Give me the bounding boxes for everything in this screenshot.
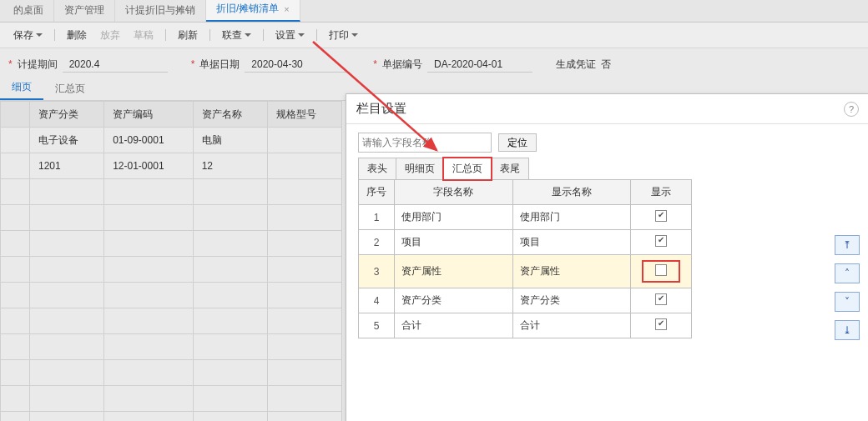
double-chevron-up-icon: ⤒ [843, 239, 851, 251]
required-icon: * [191, 58, 195, 70]
field-tab-head[interactable]: 表头 [358, 158, 396, 180]
period-value[interactable]: 2020.4 [63, 57, 168, 73]
required-icon: * [8, 58, 13, 70]
col-header[interactable]: 资产名称 [193, 102, 267, 128]
top-tab-label: 计提折旧与摊销 [125, 3, 195, 18]
highlight-box [642, 260, 680, 283]
toolbar: 保存 删除 放弃 草稿 刷新 联查 设置 打印 [0, 23, 868, 48]
field-label: 单据日期 [199, 58, 240, 72]
top-tab-label: 资产管理 [64, 3, 104, 18]
chevron-down-icon [298, 33, 305, 40]
show-checkbox[interactable] [655, 318, 667, 330]
field-row[interactable]: 4资产分类资产分类 [359, 288, 692, 313]
date-value[interactable]: 2020-04-30 [245, 57, 350, 73]
table-row[interactable]: 电子设备01-09-0001电脑 [1, 128, 342, 153]
col-field: 字段名称 [395, 180, 513, 205]
divider [54, 29, 55, 41]
show-checkbox[interactable] [655, 210, 667, 222]
save-button[interactable]: 保存 [8, 26, 48, 45]
required-icon: * [373, 58, 377, 70]
double-chevron-down-icon: ⤓ [843, 324, 851, 336]
divider [165, 29, 166, 41]
table-row[interactable]: 120112-01-000112 [1, 153, 342, 179]
delete-button[interactable]: 删除 [62, 26, 92, 45]
col-display: 显示名称 [512, 180, 631, 205]
gen-voucher-value: 否 [601, 58, 611, 72]
top-tab-depreciation-list[interactable]: 折旧/摊销清单 × [206, 0, 300, 22]
col-idx: 序号 [359, 180, 395, 205]
col-show: 显示 [631, 180, 692, 205]
show-checkbox[interactable] [655, 293, 667, 305]
print-button[interactable]: 打印 [324, 26, 363, 45]
move-up-button[interactable]: ˄ [835, 263, 860, 283]
subtab-detail[interactable]: 细页 [0, 76, 43, 100]
top-tab-label: 的桌面 [13, 3, 43, 18]
top-tab-desktop[interactable]: 的桌面 [3, 0, 54, 22]
draft-button[interactable]: 草稿 [129, 26, 159, 45]
top-tabs: 的桌面 资产管理 计提折旧与摊销 折旧/摊销清单 × [0, 0, 868, 23]
discard-button[interactable]: 放弃 [95, 26, 125, 45]
field-row[interactable]: 2项目项目 [359, 230, 692, 255]
field-table: 序号 字段名称 显示名称 显示 1使用部门使用部门 2项目项目 3资产属性资产属… [358, 179, 692, 338]
col-header[interactable]: 资产编码 [104, 102, 193, 128]
chevron-up-icon: ˄ [845, 268, 850, 279]
help-icon[interactable]: ? [844, 102, 859, 117]
field-tab-detail[interactable]: 明细页 [396, 158, 444, 180]
linked-button[interactable]: 联查 [217, 26, 256, 45]
move-bottom-button[interactable]: ⤓ [835, 320, 860, 340]
locate-button[interactable]: 定位 [498, 133, 537, 152]
field-row[interactable]: 1使用部门使用部门 [359, 205, 692, 230]
show-checkbox[interactable] [655, 264, 667, 276]
form-row: *计提期间2020.4 *单据日期2020-04-30 *单据编号DA-2020… [0, 48, 868, 80]
top-tab-asset-mgmt[interactable]: 资产管理 [54, 0, 115, 22]
field-row[interactable]: 5合计合计 [359, 313, 692, 338]
field-label: 单据编号 [382, 58, 422, 72]
chevron-down-icon [245, 33, 251, 40]
col-header[interactable]: 规格型号 [267, 102, 341, 128]
col-header[interactable]: 资产分类 [30, 102, 104, 128]
settings-button[interactable]: 设置 [270, 26, 310, 45]
field-row[interactable]: 3资产属性资产属性 [359, 255, 692, 288]
field-search-input[interactable] [358, 133, 492, 153]
chevron-down-icon: ˅ [845, 296, 850, 308]
chevron-down-icon [36, 33, 43, 40]
chevron-down-icon [351, 33, 358, 40]
divider [263, 29, 264, 41]
refresh-button[interactable]: 刷新 [173, 26, 203, 45]
field-tab-tail[interactable]: 表尾 [491, 158, 529, 180]
field-label: 计提期间 [18, 58, 58, 72]
top-tab-label: 折旧/摊销清单 [216, 2, 279, 16]
column-settings-dialog: 栏目设置 ? 定位 表头 明细页 汇总页 表尾 序号 字段名称 显示名称 显示 [346, 93, 868, 421]
divider [209, 29, 210, 41]
field-tabs: 表头 明细页 汇总页 表尾 [358, 158, 857, 180]
docno-value[interactable]: DA-2020-04-01 [427, 57, 532, 73]
subtab-summary[interactable]: 汇总页 [43, 78, 97, 100]
reorder-buttons: ⤒ ˄ ˅ ⤓ [835, 235, 860, 340]
show-checkbox[interactable] [655, 235, 667, 247]
top-tab-depreciation[interactable]: 计提折旧与摊销 [115, 0, 206, 22]
field-tab-summary[interactable]: 汇总页 [443, 158, 492, 180]
close-icon[interactable]: × [284, 4, 289, 14]
divider [316, 29, 317, 41]
move-top-button[interactable]: ⤒ [835, 235, 860, 255]
move-down-button[interactable]: ˅ [835, 292, 860, 312]
field-label: 生成凭证 [556, 58, 596, 72]
dialog-title: 栏目设置 [356, 101, 406, 117]
